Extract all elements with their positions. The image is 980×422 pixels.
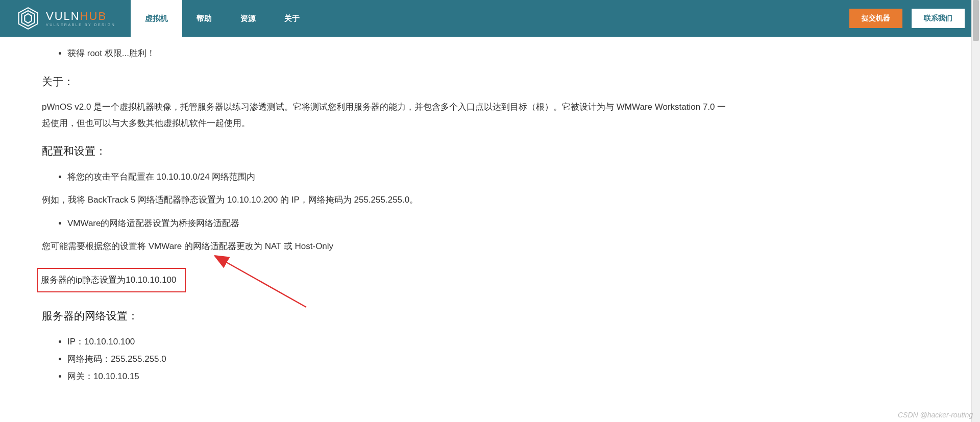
svg-marker-2 — [24, 14, 31, 23]
logo-text: VULNHUB VULNERABLE BY DESIGN — [46, 11, 115, 27]
list-item-gateway: 网关：10.10.10.15 — [67, 368, 734, 385]
nav-about[interactable]: 关于 — [270, 0, 314, 37]
svg-line-4 — [225, 261, 306, 307]
contact-us-button[interactable]: 联系我们 — [912, 9, 965, 28]
logo[interactable]: VULNHUB VULNERABLE BY DESIGN — [15, 6, 115, 31]
network-settings-list: IP：10.10.10.100 网络掩码：255.255.255.0 网关：10… — [42, 333, 734, 385]
paragraph-static-ip: 服务器的ip静态设置为10.10.10.100 — [41, 272, 177, 288]
list-item-ip: IP：10.10.10.100 — [67, 333, 734, 351]
list-item-netmask: 网络掩码：255.255.255.0 — [67, 351, 734, 368]
paragraph-about: pWnOS v2.0 是一个虚拟机器映像，托管服务器以练习渗透测试。它将测试您利… — [42, 99, 734, 132]
paragraph-nat: 您可能需要根据您的设置将 VMWare 的网络适配器更改为 NAT 或 Host… — [42, 238, 734, 255]
main-content: 获得 root 权限...胜利！ 关于： pWnOS v2.0 是一个虚拟机器映… — [0, 37, 776, 409]
heading-about: 关于： — [42, 71, 734, 92]
scrollbar[interactable] — [971, 0, 980, 409]
submit-machine-button[interactable]: 提交机器 — [849, 9, 902, 28]
bullet-root: 获得 root 权限...胜利！ — [67, 45, 734, 62]
paragraph-example: 例如，我将 BackTrack 5 网络适配器静态设置为 10.10.10.20… — [42, 192, 734, 208]
nav-help[interactable]: 帮助 — [182, 0, 226, 37]
svg-marker-1 — [22, 11, 35, 26]
nav-resources[interactable]: 资源 — [226, 0, 270, 37]
bullet-vmware-bridge: VMWare的网络适配器设置为桥接网络适配器 — [67, 215, 734, 232]
main-nav: 虚拟机 帮助 资源 关于 — [131, 0, 314, 37]
heading-config: 配置和设置： — [42, 141, 734, 161]
heading-network: 服务器的网络设置： — [42, 306, 734, 326]
highlight-box: 服务器的ip静态设置为10.10.10.100 — [37, 268, 186, 292]
header-buttons: 提交机器 联系我们 — [849, 9, 965, 28]
header-bar: VULNHUB VULNERABLE BY DESIGN 虚拟机 帮助 资源 关… — [0, 0, 980, 37]
logo-icon — [15, 6, 41, 31]
scrollbar-thumb[interactable] — [973, 0, 979, 41]
nav-vm[interactable]: 虚拟机 — [131, 0, 182, 37]
bullet-attack-platform: 将您的攻击平台配置在 10.10.10.0/24 网络范围内 — [67, 168, 734, 186]
